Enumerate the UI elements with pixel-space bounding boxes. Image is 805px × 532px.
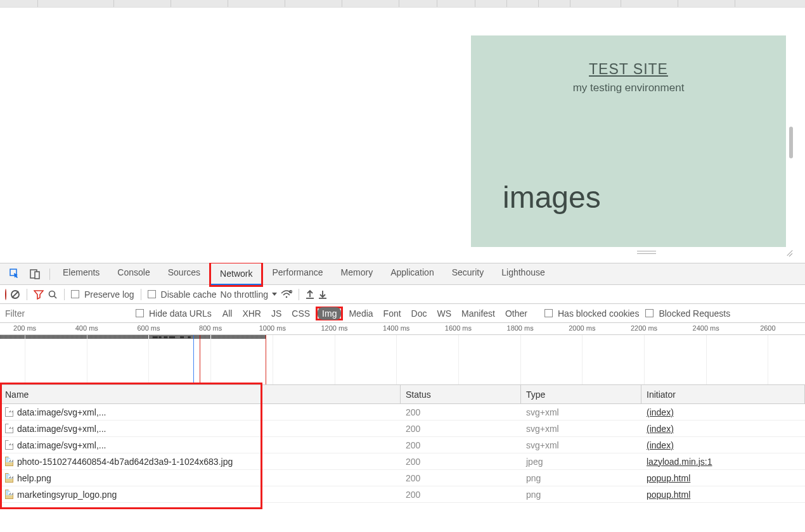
svg-line-4 <box>12 291 18 298</box>
devtools-tab-security[interactable]: Security <box>443 262 493 283</box>
search-icon[interactable] <box>48 289 58 300</box>
network-toolbar: Preserve log Disable cache No throttling <box>0 285 805 304</box>
file-icon <box>5 457 13 466</box>
status-cell: 200 <box>401 457 521 467</box>
preserve-log-label: Preserve log <box>84 289 134 300</box>
status-cell: 200 <box>401 490 521 500</box>
filter-bar: Hide data URLs AllXHRJSCSSImgMediaFontDo… <box>0 304 805 323</box>
waterfall-timeline[interactable]: 200 ms400 ms600 ms800 ms1000 ms1200 ms14… <box>0 323 805 385</box>
file-icon <box>5 407 13 417</box>
table-row[interactable]: data:image/svg+xml,...200svg+xml(index) <box>0 404 805 421</box>
throttling-label: No throttling <box>221 289 268 300</box>
type-cell: jpeg <box>521 457 641 467</box>
preserve-log-checkbox[interactable]: Preserve log <box>71 289 134 300</box>
device-icon[interactable] <box>29 268 42 281</box>
devtools-tab-lighthouse[interactable]: Lighthouse <box>493 262 554 283</box>
type-filter-all[interactable]: All <box>218 307 237 320</box>
col-name[interactable]: Name <box>0 385 401 403</box>
file-name: data:image/svg+xml,... <box>17 440 106 450</box>
type-filter-js[interactable]: JS <box>267 307 286 320</box>
file-name: data:image/svg+xml,... <box>17 407 106 417</box>
filter-icon[interactable] <box>34 289 44 300</box>
devtools-tabs: ElementsConsoleSourcesNetworkPerformance… <box>0 263 805 285</box>
devtools-tab-application[interactable]: Application <box>382 262 443 283</box>
type-filter-ws[interactable]: WS <box>433 307 456 320</box>
table-row[interactable]: help.png200pngpopup.html <box>0 470 805 486</box>
type-filter-font[interactable]: Font <box>379 307 406 320</box>
hide-data-urls-checkbox[interactable]: Hide data URLs <box>136 308 212 319</box>
type-filter-xhr[interactable]: XHR <box>238 307 266 320</box>
site-title[interactable]: TEST SITE <box>503 61 754 78</box>
chevron-down-icon <box>272 293 277 296</box>
devtools-tab-memory[interactable]: Memory <box>332 262 382 283</box>
highlight-box: Network <box>209 262 263 287</box>
blocked-requests-checkbox[interactable]: Blocked Requests <box>645 308 730 319</box>
timeline-tick: 800 ms <box>199 324 222 332</box>
devtools-tab-performance[interactable]: Performance <box>263 262 332 283</box>
hide-data-urls-label: Hide data URLs <box>149 308 212 319</box>
initiator-link[interactable]: popup.html <box>647 490 690 500</box>
timeline-tick: 400 ms <box>75 324 98 332</box>
initiator-link[interactable]: (index) <box>647 424 674 434</box>
status-cell: 200 <box>401 424 521 434</box>
type-filter-css[interactable]: CSS <box>287 307 314 320</box>
initiator-link[interactable]: (index) <box>647 407 674 417</box>
initiator-link[interactable]: lazyload.min.js:1 <box>647 457 712 467</box>
initiator-link[interactable]: (index) <box>647 440 674 450</box>
status-cell: 200 <box>401 440 521 450</box>
file-icon <box>5 424 13 433</box>
type-filter-img[interactable]: Img <box>318 307 341 320</box>
devtools-tab-elements[interactable]: Elements <box>54 262 108 283</box>
devtools-tab-console[interactable]: Console <box>108 262 158 283</box>
devtools-tab-sources[interactable]: Sources <box>159 262 209 283</box>
record-button[interactable] <box>5 289 6 300</box>
resize-corner-icon[interactable] <box>786 249 794 256</box>
type-cell: svg+xml <box>521 407 641 417</box>
type-filter-other[interactable]: Other <box>501 307 532 320</box>
table-row[interactable]: data:image/svg+xml,...200svg+xml(index) <box>0 437 805 453</box>
type-filter-manifest[interactable]: Manifest <box>457 307 499 320</box>
table-row[interactable]: marketingsyrup_logo.png200pngpopup.html <box>0 486 805 503</box>
has-blocked-cookies-checkbox[interactable]: Has blocked cookies <box>544 308 639 319</box>
inspect-icon[interactable] <box>9 268 22 281</box>
file-icon <box>5 490 13 499</box>
svg-rect-2 <box>35 272 39 279</box>
table-row[interactable]: photo-1510274460854-4b7ad642d3a9-1-1024x… <box>0 453 805 470</box>
type-filter-media[interactable]: Media <box>344 307 377 320</box>
scrollbar[interactable] <box>789 127 793 158</box>
network-table: Name Status Type Initiator data:image/sv… <box>0 385 805 503</box>
disable-cache-checkbox[interactable]: Disable cache <box>148 289 217 300</box>
initiator-link[interactable]: popup.html <box>647 473 690 483</box>
status-cell: 200 <box>401 407 521 417</box>
filter-input[interactable] <box>3 307 129 320</box>
clear-icon[interactable] <box>10 289 20 300</box>
type-filter-doc[interactable]: Doc <box>407 307 432 320</box>
col-type[interactable]: Type <box>521 385 641 403</box>
svg-line-6 <box>55 296 57 298</box>
highlight-box: Img <box>316 307 343 320</box>
throttling-dropdown[interactable]: No throttling <box>221 289 277 300</box>
timeline-tick: 200 ms <box>13 324 36 332</box>
timeline-tick: 2400 ms <box>693 324 719 332</box>
devtools-panel: ElementsConsoleSourcesNetworkPerformance… <box>0 263 805 503</box>
timeline-tick: 2600 <box>760 324 775 332</box>
timeline-tick: 1400 ms <box>383 324 409 332</box>
upload-icon[interactable] <box>306 289 314 300</box>
network-conditions-icon[interactable] <box>281 290 292 299</box>
blocked-requests-label: Blocked Requests <box>659 308 730 319</box>
file-name: help.png <box>17 473 51 483</box>
devtools-tab-network[interactable]: Network <box>211 263 261 285</box>
timeline-tick: 1600 ms <box>445 324 472 332</box>
col-initiator[interactable]: Initiator <box>641 385 805 403</box>
download-icon[interactable] <box>318 289 327 300</box>
type-cell: png <box>521 490 641 500</box>
timeline-tick: 1800 ms <box>507 324 534 332</box>
type-cell: svg+xml <box>521 440 641 450</box>
file-name: data:image/svg+xml,... <box>17 424 106 434</box>
col-status[interactable]: Status <box>401 385 521 403</box>
drag-handle-icon[interactable] <box>637 251 656 253</box>
table-row[interactable]: data:image/svg+xml,...200svg+xml(index) <box>0 421 805 437</box>
file-icon <box>5 440 13 450</box>
page-heading: images <box>503 180 754 215</box>
file-name: marketingsyrup_logo.png <box>17 490 117 500</box>
